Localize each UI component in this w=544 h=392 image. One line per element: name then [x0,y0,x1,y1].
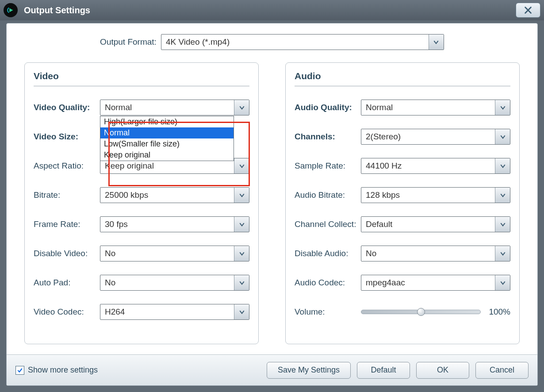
checkbox-icon [15,366,24,375]
chevron-down-icon [234,100,249,115]
channel-collect-value: Default [361,217,495,232]
audio-group-title: Audio [295,66,510,86]
disable-audio-label: Disable Audio: [295,249,361,258]
video-quality-label: Video Quality: [34,103,100,112]
default-button[interactable]: Default [357,362,410,379]
chevron-down-icon [495,275,510,290]
chevron-down-icon [495,129,510,144]
bitrate-value: 25000 kbps [100,188,234,203]
auto-pad-combo[interactable]: No [100,275,249,291]
dialog-window: Output Settings Output Format: 4K Video … [0,0,544,392]
window-title: Output Settings [24,5,90,15]
video-quality-option[interactable]: Keep original [100,150,234,161]
close-button[interactable] [516,3,540,18]
video-codec-value: H264 [100,304,234,319]
sample-rate-value: 44100 Hz [361,158,495,173]
show-more-checkbox[interactable]: Show more settings [15,365,98,375]
chevron-down-icon [234,158,249,173]
output-format-label: Output Format: [100,37,157,47]
output-format-combo[interactable]: 4K Video (*.mp4) [161,34,444,50]
channels-value: 2(Stereo) [361,129,495,144]
channel-collect-label: Channel Collect: [295,219,361,229]
chevron-down-icon [234,217,249,232]
chevron-down-icon [234,275,249,290]
cancel-button[interactable]: Cancel [475,362,529,379]
disable-audio-combo[interactable]: No [361,246,510,261]
video-codec-label: Video Codec: [34,307,100,317]
video-group: Video Video Quality: Normal High(Larger … [24,62,259,344]
sample-rate-combo[interactable]: 44100 Hz [361,158,510,174]
save-my-settings-button[interactable]: Save My Settings [267,362,351,379]
video-codec-combo[interactable]: H264 [100,304,249,320]
bitrate-combo[interactable]: 25000 kbps [100,187,249,203]
video-group-title: Video [34,66,249,86]
audio-codec-label: Audio Codec: [295,278,361,288]
audio-bitrate-combo[interactable]: 128 kbps [361,187,510,203]
output-format-value: 4K Video (*.mp4) [161,35,429,50]
video-quality-option[interactable]: Low(Smaller file size) [100,138,234,150]
chevron-down-icon [495,246,510,261]
video-quality-combo[interactable]: Normal [100,100,249,115]
channels-combo[interactable]: 2(Stereo) [361,129,510,145]
audio-quality-value: Normal [361,100,495,115]
sample-rate-label: Sample Rate: [295,161,361,171]
disable-audio-value: No [361,246,495,261]
bitrate-label: Bitrate: [34,190,100,200]
volume-label: Volume: [295,307,361,317]
video-quality-value: Normal [100,100,234,115]
audio-bitrate-label: Audio Bitrate: [295,190,361,200]
audio-quality-combo[interactable]: Normal [361,100,510,115]
app-logo-icon [4,3,18,17]
titlebar: Output Settings [0,0,544,20]
audio-quality-label: Audio Quality: [295,103,361,112]
chevron-down-icon [495,217,510,232]
video-quality-option[interactable]: High(Larger file size) [100,116,234,127]
video-size-label: Video Size: [34,132,100,142]
chevron-down-icon [495,188,510,203]
aspect-ratio-label: Aspect Ratio: [34,161,100,171]
audio-group: Audio Audio Quality: Normal Channels: 2(… [285,62,520,344]
video-quality-option[interactable]: Normal [100,127,234,138]
audio-codec-value: mpeg4aac [361,275,495,290]
disable-video-combo[interactable]: No [100,246,249,261]
volume-value: 100% [489,307,510,317]
auto-pad-label: Auto Pad: [34,278,100,288]
client-area: Output Format: 4K Video (*.mp4) Video Vi… [6,23,538,386]
frame-rate-label: Frame Rate: [34,219,100,229]
chevron-down-icon [234,304,249,319]
chevron-down-icon [495,100,510,115]
video-quality-dropdown[interactable]: High(Larger file size) Normal Low(Smalle… [100,116,234,161]
chevron-down-icon [429,35,444,50]
auto-pad-value: No [100,275,234,290]
frame-rate-combo[interactable]: 30 fps [100,216,249,232]
channels-label: Channels: [295,132,361,142]
frame-rate-value: 30 fps [100,217,234,232]
channel-collect-combo[interactable]: Default [361,216,510,232]
footer: Show more settings Save My Settings Defa… [7,354,537,385]
volume-slider[interactable] [361,310,481,314]
ok-button[interactable]: OK [416,362,469,379]
audio-codec-combo[interactable]: mpeg4aac [361,275,510,291]
chevron-down-icon [234,246,249,261]
show-more-label: Show more settings [28,365,98,375]
disable-video-label: Disable Video: [34,249,100,258]
disable-video-value: No [100,246,234,261]
chevron-down-icon [495,158,510,173]
volume-slider-thumb[interactable] [417,308,425,316]
chevron-down-icon [234,188,249,203]
audio-bitrate-value: 128 kbps [361,188,495,203]
